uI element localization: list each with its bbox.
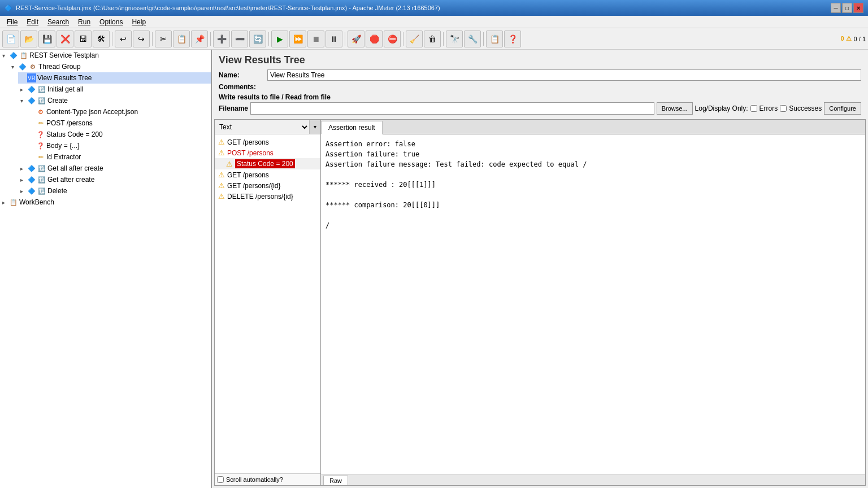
icon-post-persons: ✏ (36, 119, 45, 128)
separator6 (403, 32, 403, 46)
maximize-button[interactable]: □ (842, 3, 852, 13)
browse-button[interactable]: 🔭 (446, 30, 463, 47)
separator7 (443, 32, 444, 46)
label-status-code: Status Code = 200 (46, 130, 103, 138)
run-count: 0 / 1 (854, 36, 866, 42)
warning-icon-delete: ⚠ (218, 192, 225, 201)
close-button[interactable]: ✕ (853, 3, 863, 13)
result-item-post[interactable]: ⚠ POST /persons (215, 147, 320, 158)
menu-help[interactable]: Help (127, 17, 150, 27)
separator3 (210, 32, 211, 46)
remote-shutdown-button[interactable]: ⛔ (384, 30, 401, 47)
properties-button[interactable]: 🛠 (93, 30, 110, 47)
list-button[interactable]: 📋 (486, 30, 503, 47)
result-item-status[interactable]: ⚠ Status Code = 200 (215, 158, 320, 169)
icon2-rest-testplan: 📋 (19, 51, 28, 60)
icon-content-type: ⚙ (36, 107, 45, 116)
new-button[interactable]: 📄 (2, 30, 19, 47)
menu-search[interactable]: Search (43, 17, 73, 27)
results-tree: ⚠ GET /persons ⚠ POST /persons ⚠ Status … (215, 134, 320, 473)
errors-checkbox[interactable] (750, 105, 757, 112)
tab-raw[interactable]: Raw (323, 476, 348, 485)
tree-node-delete[interactable]: ▸ 🔷 🔃 Delete (18, 185, 211, 197)
dropdown-arrow[interactable]: ▾ (309, 120, 320, 134)
expand-get-all-after[interactable]: ▸ (20, 165, 27, 172)
tree-node-content-type[interactable]: ⚙ Content-Type json Accept.json (27, 106, 211, 117)
paste-button[interactable]: 📌 (191, 30, 208, 47)
toggle-button[interactable]: 🔄 (249, 30, 266, 47)
expand-get-after[interactable]: ▸ (20, 177, 27, 183)
stop-button[interactable]: ⏹ (307, 30, 324, 47)
view-type-select[interactable]: Text (215, 121, 309, 133)
tree-node-create[interactable]: ▾ 🔷 🔃 Create (18, 95, 211, 106)
result-label-post: POST /persons (227, 149, 274, 157)
shutdown-button[interactable]: ⏸ (326, 30, 342, 47)
comments-label: Comments: (219, 83, 264, 91)
start-button[interactable]: ▶ (271, 30, 288, 47)
expand-rest-testplan[interactable]: ▾ (2, 53, 9, 59)
tree-node-initial-get[interactable]: ▸ 🔷 🔃 Initial get all (18, 84, 211, 95)
successes-group: Successes (780, 104, 822, 112)
configure-button[interactable]: Configure (824, 102, 861, 115)
tab-assertion-result[interactable]: Assertion result (321, 121, 383, 134)
tree-node-id-extractor[interactable]: ✏ Id Extractor (27, 151, 211, 163)
redo-button[interactable]: ↪ (133, 30, 150, 47)
results-list-panel: Text ▾ ⚠ GET /persons ⚠ POST /persons (215, 120, 321, 485)
clear-all-button[interactable]: 🗑 (424, 30, 441, 47)
close-test-button[interactable]: ❌ (57, 30, 73, 47)
menu-run[interactable]: Run (73, 17, 95, 27)
expand-delete[interactable]: ▸ (20, 188, 27, 194)
result-item-get1[interactable]: ⚠ GET /persons (215, 137, 320, 147)
remote-stop-button[interactable]: 🛑 (366, 30, 383, 47)
expand-initial-get[interactable]: ▸ (20, 86, 27, 93)
result-item-get-id[interactable]: ⚠ GET /persons/{id} (215, 180, 320, 191)
icon-id-extractor: ✏ (36, 152, 45, 162)
menu-options[interactable]: Options (95, 17, 127, 27)
name-input[interactable] (267, 69, 861, 81)
result-item-delete[interactable]: ⚠ DELETE /persons/{id} (215, 191, 320, 202)
cut-button[interactable]: ✂ (155, 30, 172, 47)
expand-create[interactable]: ▾ (20, 98, 27, 104)
tree-node-workbench[interactable]: ▸ 📋 WorkBench (0, 197, 211, 208)
label-content-type: Content-Type json Accept.json (46, 108, 138, 116)
copy-button[interactable]: 📋 (173, 30, 190, 47)
icon-get-all-after: 🔷 (27, 164, 36, 173)
label-get-after: Get after create (47, 176, 94, 184)
expand-workbench[interactable]: ▸ (2, 199, 9, 206)
tree-node-status-code[interactable]: ❓ Status Code = 200 (27, 129, 211, 140)
dropdown-bar: Text ▾ (215, 120, 320, 134)
tree-node-body[interactable]: ❓ Body = {...} (27, 140, 211, 151)
tree-node-get-all-after[interactable]: ▸ 🔷 🔃 Get all after create (18, 163, 211, 174)
menu-file[interactable]: File (2, 17, 22, 27)
menu-edit[interactable]: Edit (22, 17, 43, 27)
collapse-button[interactable]: ➖ (231, 30, 248, 47)
label-post-persons: POST /persons (46, 119, 93, 127)
save-test-button[interactable]: 🖫 (75, 30, 92, 47)
tree-panel: ▾ 🔷 📋 REST Service Testplan ▾ 🔷 ⚙ Thread… (0, 50, 212, 488)
icon-view-results: VR (27, 73, 36, 82)
tree-node-rest-testplan[interactable]: ▾ 🔷 📋 REST Service Testplan (0, 50, 211, 61)
tree-node-view-results[interactable]: VR View Results Tree (18, 72, 211, 84)
minimize-button[interactable]: ─ (831, 3, 841, 13)
result-item-get2[interactable]: ⚠ GET /persons (215, 169, 320, 180)
browse-file-button[interactable]: Browse... (657, 102, 693, 115)
start-no-pause-button[interactable]: ⏩ (289, 30, 306, 47)
remote-start-button[interactable]: 🚀 (348, 30, 364, 47)
save-button[interactable]: 💾 (38, 30, 55, 47)
expand-button[interactable]: ➕ (213, 30, 230, 47)
tree-node-thread-group[interactable]: ▾ 🔷 ⚙ Thread Group (9, 61, 211, 72)
filename-input[interactable] (250, 102, 654, 115)
open-button[interactable]: 📂 (20, 30, 37, 47)
undo-button[interactable]: ↩ (115, 30, 132, 47)
tree-node-post-persons[interactable]: ✏ POST /persons (27, 117, 211, 129)
help-button[interactable]: ❓ (504, 30, 521, 47)
successes-checkbox[interactable] (780, 105, 787, 112)
titlebar-controls: ─ □ ✕ (831, 3, 863, 13)
expand-thread-group[interactable]: ▾ (11, 64, 18, 70)
scroll-auto-checkbox[interactable] (217, 476, 224, 483)
icon2-initial-get: 🔃 (37, 85, 46, 94)
tree-node-get-after[interactable]: ▸ 🔷 🔃 Get after create (18, 174, 211, 185)
clear-button[interactable]: 🧹 (406, 30, 423, 47)
warning-icon-status: ⚠ (226, 160, 233, 168)
function-button[interactable]: 🔧 (464, 30, 481, 47)
